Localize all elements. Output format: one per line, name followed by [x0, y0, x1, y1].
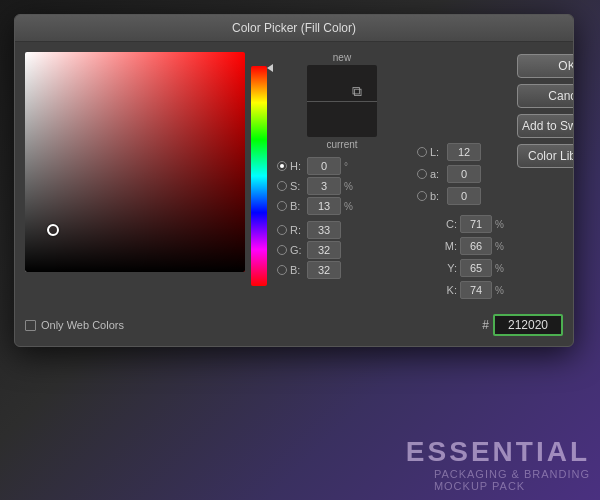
hex-area: #: [482, 314, 563, 336]
bg-text-packaging: PACKAGING & BRANDINGMOCKUP PACK: [434, 468, 590, 492]
label-g: G:: [290, 244, 304, 256]
unit-s: %: [344, 181, 356, 192]
color-libraries-button[interactable]: Color Libraries: [517, 144, 574, 168]
cmyk-label-y: Y:: [443, 262, 457, 274]
radio-h[interactable]: [277, 161, 287, 171]
preview-new-label: new: [333, 52, 351, 63]
color-picker-dialog: Color Picker (Fill Color) new: [14, 14, 574, 347]
hue-bar[interactable]: [251, 66, 267, 286]
input-l[interactable]: [447, 143, 481, 161]
input-a[interactable]: [447, 165, 481, 183]
cube-icon: ⧉: [352, 83, 362, 100]
input-blab[interactable]: [447, 187, 481, 205]
preview-current-color[interactable]: [307, 101, 377, 137]
unit-b: %: [344, 201, 356, 212]
hex-input[interactable]: [493, 314, 563, 336]
cmyk-unit-k: %: [495, 285, 507, 296]
input-s[interactable]: [307, 177, 341, 195]
field-row-l: L:: [417, 142, 507, 162]
radio-s[interactable]: [277, 181, 287, 191]
action-buttons: OK Cancel Add to Swatches Color Librarie…: [517, 52, 574, 300]
dialog-title: Color Picker (Fill Color): [15, 15, 573, 42]
label-s: S:: [290, 180, 304, 192]
left-fields: H: ° S: % B: %: [277, 156, 407, 300]
input-h[interactable]: [307, 157, 341, 175]
cancel-button[interactable]: Cancel: [517, 84, 574, 108]
input-y[interactable]: [460, 259, 492, 277]
color-picker-area: [25, 52, 267, 300]
radio-r[interactable]: [277, 225, 287, 235]
hue-arrow: [267, 64, 273, 72]
radio-b[interactable]: [277, 201, 287, 211]
field-row-s: S: %: [277, 176, 407, 196]
cmyk-unit-m: %: [495, 241, 507, 252]
field-row-r: R:: [277, 220, 407, 240]
field-row-b: B: %: [277, 196, 407, 216]
radio-a[interactable]: [417, 169, 427, 179]
label-b: B:: [290, 200, 304, 212]
label-r: R:: [290, 224, 304, 236]
input-b2[interactable]: [307, 261, 341, 279]
cmyk-row-k: K: %: [417, 280, 507, 300]
label-a: a:: [430, 168, 444, 180]
input-g[interactable]: [307, 241, 341, 259]
field-row-a: a:: [417, 164, 507, 184]
cmyk-label-m: M:: [443, 240, 457, 252]
cmyk-label-k: K:: [443, 284, 457, 296]
cmyk-unit-c: %: [495, 219, 507, 230]
field-row-blab: b:: [417, 186, 507, 206]
preview-current-label: current: [326, 139, 357, 150]
label-blab: b:: [430, 190, 444, 202]
field-row-b2: B:: [277, 260, 407, 280]
radio-l[interactable]: [417, 147, 427, 157]
field-row-g: G:: [277, 240, 407, 260]
label-b2: B:: [290, 264, 304, 276]
only-web-colors-label: Only Web Colors: [41, 319, 124, 331]
color-preview-container: new ⧉ current: [277, 52, 407, 150]
radio-g[interactable]: [277, 245, 287, 255]
radio-b2[interactable]: [277, 265, 287, 275]
cmyk-row-m: M: %: [417, 236, 507, 256]
gradient-dark: [25, 52, 245, 272]
input-b[interactable]: [307, 197, 341, 215]
cmyk-row-y: Y: %: [417, 258, 507, 278]
input-c[interactable]: [460, 215, 492, 233]
input-k[interactable]: [460, 281, 492, 299]
add-to-swatches-button[interactable]: Add to Swatches: [517, 114, 574, 138]
label-h: H:: [290, 160, 304, 172]
bg-text-essential: ESSENTIAL: [406, 434, 590, 470]
hex-hash: #: [482, 318, 489, 332]
unit-h: °: [344, 161, 356, 172]
preview-new-color[interactable]: [307, 65, 377, 101]
label-l: L:: [430, 146, 444, 158]
input-m[interactable]: [460, 237, 492, 255]
cmyk-row-c: C: %: [417, 214, 507, 234]
input-r[interactable]: [307, 221, 341, 239]
only-web-colors-checkbox[interactable]: [25, 320, 36, 331]
cmyk-label-c: C:: [443, 218, 457, 230]
cmyk-unit-y: %: [495, 263, 507, 274]
ok-button[interactable]: OK: [517, 54, 574, 78]
radio-blab[interactable]: [417, 191, 427, 201]
only-web-colors-row: Only Web Colors: [25, 319, 124, 331]
field-row-h: H: °: [277, 156, 407, 176]
gradient-square[interactable]: [25, 52, 245, 272]
